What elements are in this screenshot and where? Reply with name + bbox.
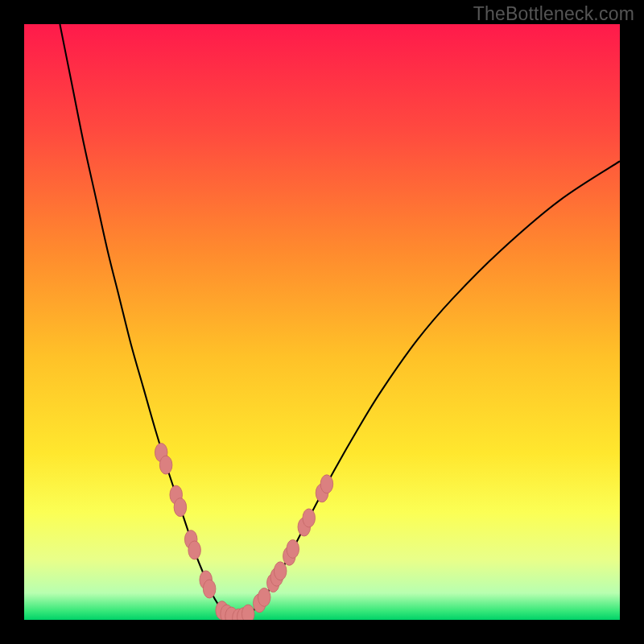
curve-bead [159, 456, 172, 474]
curve-layer [24, 24, 620, 620]
curve-bead [303, 509, 316, 527]
bottleneck-curve [60, 24, 620, 618]
curve-bead [188, 541, 201, 559]
curve-bead [203, 580, 216, 598]
curve-bead [174, 498, 187, 517]
curve-bead [320, 475, 333, 493]
curve-bead [274, 562, 287, 580]
bead-group [155, 444, 332, 620]
outer-frame: TheBottleneck.com [0, 0, 644, 644]
curve-bead [242, 605, 254, 620]
plot-area [24, 24, 620, 620]
watermark-text: TheBottleneck.com [473, 3, 634, 25]
curve-bead [258, 588, 270, 606]
curve-bead [287, 539, 299, 558]
